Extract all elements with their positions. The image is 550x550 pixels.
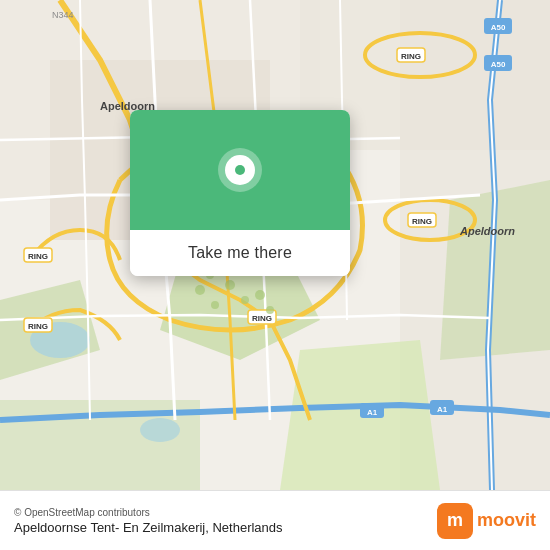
location-name: Apeldoornse Tent- En Zeilmakerij, Nether… — [14, 520, 283, 535]
map-container: Apeldoorn Apeldoorn N344 RING RING RING … — [0, 0, 550, 490]
svg-text:Apeldoorn: Apeldoorn — [459, 225, 515, 237]
svg-point-37 — [225, 280, 235, 290]
svg-text:RING: RING — [28, 252, 48, 261]
svg-point-40 — [255, 290, 265, 300]
bottom-info: © OpenStreetMap contributors Apeldoornse… — [14, 507, 283, 535]
svg-text:A50: A50 — [491, 60, 506, 69]
svg-text:A50: A50 — [491, 23, 506, 32]
svg-text:RING: RING — [412, 217, 432, 226]
location-pin — [218, 148, 262, 192]
svg-point-36 — [211, 301, 219, 309]
svg-text:RING: RING — [28, 322, 48, 331]
moovit-icon: m — [437, 503, 473, 539]
svg-text:A1: A1 — [367, 408, 378, 417]
take-me-there-button[interactable]: Take me there — [130, 230, 350, 276]
bottom-bar: © OpenStreetMap contributors Apeldoornse… — [0, 490, 550, 550]
svg-point-38 — [241, 296, 249, 304]
moovit-logo: m moovit — [437, 503, 536, 539]
svg-point-41 — [266, 306, 274, 314]
svg-text:RING: RING — [252, 314, 272, 323]
svg-point-35 — [195, 285, 205, 295]
moovit-brand-text: moovit — [477, 510, 536, 531]
svg-point-11 — [140, 418, 180, 442]
attribution-text: © OpenStreetMap contributors — [14, 507, 283, 518]
svg-text:N344: N344 — [52, 10, 74, 20]
svg-text:A1: A1 — [437, 405, 448, 414]
popup-map-area — [130, 110, 350, 230]
svg-text:RING: RING — [401, 52, 421, 61]
location-popup: Take me there — [130, 110, 350, 276]
